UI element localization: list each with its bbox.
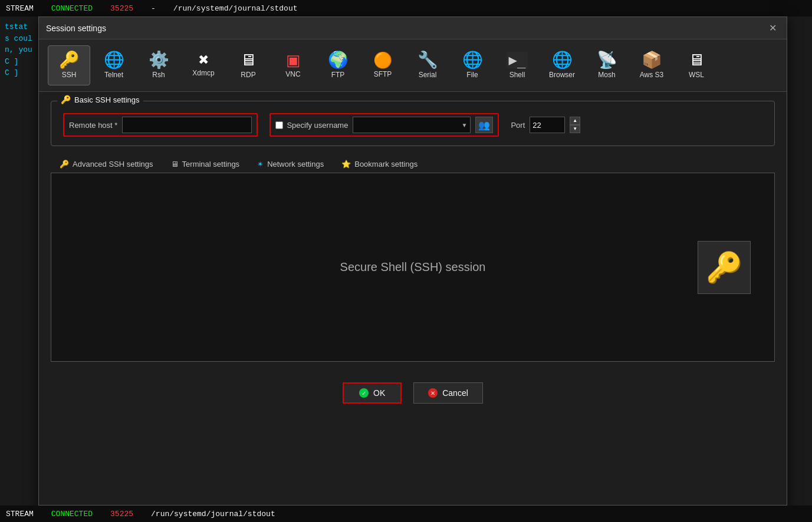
terminal-background: tstat s coul n, you C ] C ] [0, 16, 44, 84]
protocol-telnet[interactable]: 🌐 Telnet [93, 45, 135, 85]
port-decrement-button[interactable]: ▼ [570, 125, 580, 133]
tab-advanced-ssh[interactable]: 🔑 Advanced SSH settings [51, 155, 162, 173]
ssh-key-image: 🔑 [698, 241, 751, 294]
browser-label: Browser [549, 71, 575, 79]
telnet-label: Telnet [104, 71, 123, 79]
port-section: Port ▲ ▼ [511, 117, 580, 133]
bookmark-settings-icon: ⭐ [341, 160, 351, 169]
username-dropdown[interactable] [353, 117, 471, 133]
file-label: File [466, 71, 478, 79]
shell-label: Shell [509, 71, 525, 79]
browser-icon: 🌐 [552, 52, 573, 68]
username-dropdown-wrapper: ▼ [353, 117, 471, 133]
protocol-xdmcp[interactable]: ✖ Xdmcp [182, 45, 225, 85]
protocol-rsh[interactable]: ⚙️ Rsh [137, 45, 180, 85]
vnc-label: VNC [285, 70, 300, 78]
protocol-rdp[interactable]: 🖥 RDP [227, 45, 269, 85]
protocol-wsl[interactable]: 🖥 WSL [675, 45, 718, 85]
protocol-browser[interactable]: 🌐 Browser [541, 45, 583, 85]
protocol-file[interactable]: 🌐 File [451, 45, 494, 85]
protocol-ftp[interactable]: 🌍 FTP [317, 45, 359, 85]
protocol-awss3[interactable]: 📦 Aws S3 [630, 45, 673, 85]
protocol-ssh[interactable]: 🔑 SSH [48, 45, 90, 85]
username-section: Specify username ▼ 👥 [269, 113, 499, 137]
port-increment-button[interactable]: ▲ [570, 117, 580, 125]
terminal-line-3: n, you [5, 44, 40, 56]
dialog-content-area: 🔑 Basic SSH settings Remote host * Speci… [39, 92, 787, 371]
advanced-ssh-label: Advanced SSH settings [73, 160, 153, 169]
terminal-settings-label: Terminal settings [182, 160, 240, 169]
ssh-label: SSH [62, 71, 77, 79]
awss3-label: Aws S3 [640, 71, 663, 79]
shell-icon: ▶_ [507, 52, 528, 68]
ftp-icon: 🌍 [328, 52, 349, 68]
xdmcp-icon: ✖ [198, 54, 209, 67]
terminal-line-4: C ] [5, 56, 40, 68]
basic-settings-title: 🔑 Basic SSH settings [57, 95, 143, 104]
ssh-icon: 🔑 [59, 52, 80, 68]
mosh-icon: 📡 [597, 52, 617, 68]
session-settings-dialog: Session settings ✕ 🔑 SSH 🌐 Telnet ⚙️ Rsh… [38, 16, 787, 506]
dialog-title: Session settings [46, 24, 106, 33]
bottom-bar: STREAM CONNECTED 35225 /run/systemd/jour… [0, 506, 812, 522]
port-spinner: ▲ ▼ [570, 117, 580, 133]
bottom-number: 35225 [110, 510, 133, 518]
port-input[interactable] [530, 117, 565, 133]
cancel-icon: ✕ [428, 388, 438, 398]
rdp-label: RDP [241, 71, 255, 79]
protocol-mosh[interactable]: 📡 Mosh [586, 45, 628, 85]
wsl-icon: 🖥 [688, 52, 705, 68]
rdp-icon: 🖥 [240, 52, 257, 68]
cancel-label: Cancel [442, 388, 468, 398]
protocol-sftp[interactable]: 🟠 SFTP [361, 45, 404, 85]
rsh-icon: ⚙️ [149, 52, 169, 68]
serial-label: Serial [419, 71, 437, 79]
remote-host-label: Remote host * [69, 121, 117, 130]
tab-terminal-settings[interactable]: 🖥 Terminal settings [162, 155, 249, 173]
connected-label: CONNECTED [51, 4, 93, 13]
specify-username-label[interactable]: Specify username [275, 121, 348, 130]
xdmcp-label: Xdmcp [192, 69, 214, 77]
basic-fields-row: Remote host * Specify username ▼ [63, 113, 762, 137]
sftp-icon: 🟠 [373, 52, 392, 68]
user-management-button[interactable]: 👥 [475, 117, 493, 133]
network-settings-icon: ✴ [257, 160, 264, 169]
awss3-icon: 📦 [642, 52, 662, 68]
bookmark-settings-label: Bookmark settings [354, 160, 417, 169]
protocol-vnc[interactable]: ▣ VNC [272, 45, 314, 85]
protocol-serial[interactable]: 🔧 Serial [406, 45, 449, 85]
file-icon: 🌐 [462, 52, 483, 68]
dialog-buttons: ✓ OK ✕ Cancel [39, 371, 787, 415]
stream-number: 35225 [110, 4, 133, 13]
ok-label: OK [373, 388, 385, 398]
terminal-line-5: C ] [5, 67, 40, 79]
ftp-label: FTP [331, 71, 345, 79]
top-bar: STREAM CONNECTED 35225 - /run/systemd/jo… [0, 0, 812, 16]
bottom-path: /run/systemd/journal/stdout [151, 510, 275, 518]
ok-button[interactable]: ✓ OK [343, 382, 402, 404]
specify-username-checkbox[interactable] [275, 121, 283, 129]
wsl-label: WSL [689, 71, 704, 79]
dash: - [151, 4, 156, 13]
network-settings-label: Network settings [267, 160, 324, 169]
remote-host-input[interactable] [122, 117, 252, 133]
bottom-connected-label: CONNECTED [51, 510, 93, 518]
tab-bookmark-settings[interactable]: ⭐ Bookmark settings [333, 155, 426, 173]
rsh-label: Rsh [152, 71, 165, 79]
cancel-button[interactable]: ✕ Cancel [413, 382, 483, 404]
port-label: Port [511, 121, 525, 130]
protocol-shell[interactable]: ▶_ Shell [496, 45, 538, 85]
remote-host-section: Remote host * [63, 113, 258, 137]
basic-ssh-settings-group: 🔑 Basic SSH settings Remote host * Speci… [51, 101, 775, 146]
mosh-label: Mosh [598, 71, 615, 79]
bottom-stream-label: STREAM [6, 510, 34, 518]
terminal-line-2: s coul [5, 33, 40, 45]
stream-label: STREAM [6, 4, 34, 13]
close-button[interactable]: ✕ [765, 21, 780, 35]
serial-icon: 🔧 [417, 52, 438, 68]
protocol-bar: 🔑 SSH 🌐 Telnet ⚙️ Rsh ✖ Xdmcp 🖥 RDP ▣ VN… [39, 39, 787, 92]
sftp-label: SFTP [374, 70, 392, 78]
tab-network-settings[interactable]: ✴ Network settings [248, 155, 333, 173]
content-panel: Secure Shell (SSH) session 🔑 [51, 173, 775, 362]
dialog-titlebar: Session settings ✕ [39, 17, 787, 39]
